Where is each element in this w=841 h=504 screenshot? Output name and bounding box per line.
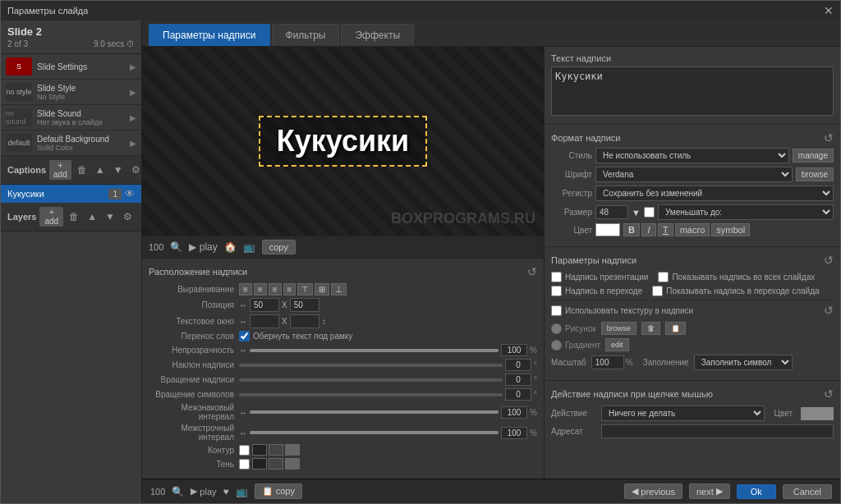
action-type-select[interactable]: Ничего не делать xyxy=(601,405,765,421)
show-all-slides-checkbox[interactable] xyxy=(658,272,669,282)
symbol-button[interactable]: symbol xyxy=(711,223,750,236)
menu-item-slide-style[interactable]: no style Slide Style No Style ▶ xyxy=(1,80,141,105)
align-vmid-btn[interactable]: ⊞ xyxy=(315,283,329,296)
style-select[interactable]: Не использовать стиль xyxy=(595,148,789,163)
screen-button[interactable]: 📺 xyxy=(243,241,255,253)
captions-up-button[interactable]: ▲ xyxy=(93,163,108,176)
texture-delete-button[interactable]: 🗑 xyxy=(641,322,660,335)
play-button[interactable]: ▶ play xyxy=(189,241,217,253)
font-browse-button[interactable]: browse xyxy=(796,167,834,181)
scale-input[interactable] xyxy=(591,355,624,369)
color-picker[interactable] xyxy=(595,223,620,236)
layers-delete-button[interactable]: 🗑 xyxy=(67,210,81,223)
cancel-button[interactable]: Cancel xyxy=(783,484,832,499)
rotate-slider[interactable] xyxy=(239,378,503,382)
letter-spacing-slider[interactable] xyxy=(250,410,499,414)
italic-button[interactable]: I xyxy=(641,223,656,236)
captions-down-button[interactable]: ▼ xyxy=(111,163,126,176)
textbox-w-input[interactable] xyxy=(250,314,279,328)
transition-checkbox[interactable] xyxy=(551,286,562,296)
textbox-h-input[interactable] xyxy=(290,314,319,328)
manage-button[interactable]: manage xyxy=(793,149,834,163)
layers-settings-button[interactable]: ⚙ xyxy=(121,210,135,223)
tab-filters[interactable]: Фильтры xyxy=(272,24,340,46)
menu-item-default-bg[interactable]: default Default Background Solid Color ▶ xyxy=(1,131,141,156)
align-justify-btn[interactable]: ≡ xyxy=(283,283,296,296)
tab-effects[interactable]: Эффекты xyxy=(341,24,414,46)
char-rotate-input[interactable] xyxy=(505,388,531,401)
next-button[interactable]: next ▶ xyxy=(689,483,730,499)
show-transition-checkbox[interactable] xyxy=(652,286,663,296)
home-button[interactable]: 🏠 xyxy=(224,241,237,253)
char-rotate-slider[interactable] xyxy=(239,393,503,396)
wrap-checkbox-label[interactable]: Обернуть текст под рамку xyxy=(239,331,352,341)
action-color-picker[interactable] xyxy=(801,407,834,420)
rotate-input[interactable] xyxy=(505,373,531,386)
tilt-slider[interactable] xyxy=(239,364,503,367)
caption-item-kukusiki[interactable]: Кукусики 1 👁 xyxy=(1,185,141,203)
align-left-btn[interactable]: ≡ xyxy=(239,283,252,296)
line-spacing-slider[interactable] xyxy=(250,431,499,434)
letter-spacing-input[interactable] xyxy=(501,406,527,419)
position-label: Позиция xyxy=(149,300,239,309)
fill-select[interactable]: Заполнить символ xyxy=(694,355,793,370)
font-select[interactable]: Verdana xyxy=(595,167,793,182)
layers-label: Layers xyxy=(7,212,36,222)
tilt-input[interactable] xyxy=(505,359,531,371)
bold-button[interactable]: B xyxy=(623,223,640,236)
gradient-radio[interactable] xyxy=(551,340,562,351)
tab-caption-params[interactable]: Параметры надписи xyxy=(149,24,270,46)
align-right-btn[interactable]: ≡ xyxy=(269,283,282,296)
captions-add-button[interactable]: + add xyxy=(49,160,71,180)
underline-button[interactable]: T xyxy=(658,223,673,236)
gradient-edit-button[interactable]: edit xyxy=(605,338,629,351)
address-input[interactable] xyxy=(601,424,834,438)
position-y-input[interactable] xyxy=(290,298,319,312)
captions-delete-button[interactable]: 🗑 xyxy=(75,163,90,176)
caption-params-refresh-icon[interactable]: ↺ xyxy=(824,254,834,267)
align-bot-btn[interactable]: ⊥ xyxy=(331,283,347,296)
zoom-search-button[interactable]: 🔍 xyxy=(172,486,184,497)
shrink-select[interactable]: Уменьшать до: xyxy=(658,204,834,220)
action-refresh-icon[interactable]: ↺ xyxy=(824,387,834,401)
menu-item-slide-sound[interactable]: no sound Slide Sound Нет звука в слайде … xyxy=(1,105,141,131)
close-button[interactable]: ✕ xyxy=(824,4,834,17)
format-refresh-icon[interactable]: ↺ xyxy=(824,131,834,144)
picture-radio[interactable] xyxy=(551,323,562,334)
presentation-checkbox[interactable] xyxy=(551,272,562,282)
slide-info: 2 of 3 9.0 secs ⏱ xyxy=(7,39,135,48)
register-select[interactable]: Сохранить без изменений xyxy=(595,186,834,201)
line-spacing-input[interactable] xyxy=(501,427,527,439)
zoom-button[interactable]: 🔍 xyxy=(170,241,182,253)
play-bottom-button[interactable]: ▶ play xyxy=(191,486,216,497)
text-content-input[interactable]: Кукусики xyxy=(551,66,834,116)
opacity-slider[interactable] xyxy=(250,349,499,352)
size-input[interactable] xyxy=(595,205,628,219)
menu-item-slide-settings[interactable]: S Slide Settings ▶ xyxy=(1,54,141,80)
layers-add-button[interactable]: + add xyxy=(39,207,63,227)
eye-icon[interactable]: 👁 xyxy=(125,188,135,199)
position-x-input[interactable] xyxy=(250,298,279,312)
texture-browse-button[interactable]: browse xyxy=(601,322,636,335)
outline-checkbox[interactable] xyxy=(239,445,250,456)
texture-checkbox[interactable] xyxy=(551,305,562,316)
opacity-input[interactable] xyxy=(501,344,527,356)
heart-button[interactable]: ♥ xyxy=(223,486,229,497)
copy-button[interactable]: copy xyxy=(262,240,296,254)
previous-button[interactable]: ◀ previous xyxy=(624,483,682,499)
shrink-checkbox[interactable] xyxy=(644,207,655,218)
macro-button[interactable]: macro xyxy=(675,223,710,236)
wrap-checkbox[interactable] xyxy=(239,331,250,341)
ok-button[interactable]: Ok xyxy=(737,484,776,499)
texture-refresh-icon[interactable]: ↺ xyxy=(824,304,834,317)
captions-settings-button[interactable]: ⚙ xyxy=(129,163,143,176)
copy-bottom-button[interactable]: 📋 copy xyxy=(255,483,302,499)
align-top-btn[interactable]: ⊤ xyxy=(297,283,313,296)
shadow-checkbox[interactable] xyxy=(239,459,250,470)
placement-refresh-icon[interactable]: ↺ xyxy=(527,265,537,278)
texture-copy-button[interactable]: 📋 xyxy=(665,322,686,335)
layers-down-button[interactable]: ▼ xyxy=(103,210,117,223)
screen-bottom-button[interactable]: 📺 xyxy=(236,486,248,497)
layers-up-button[interactable]: ▲ xyxy=(85,210,99,223)
align-center-btn[interactable]: ≡ xyxy=(254,283,267,296)
